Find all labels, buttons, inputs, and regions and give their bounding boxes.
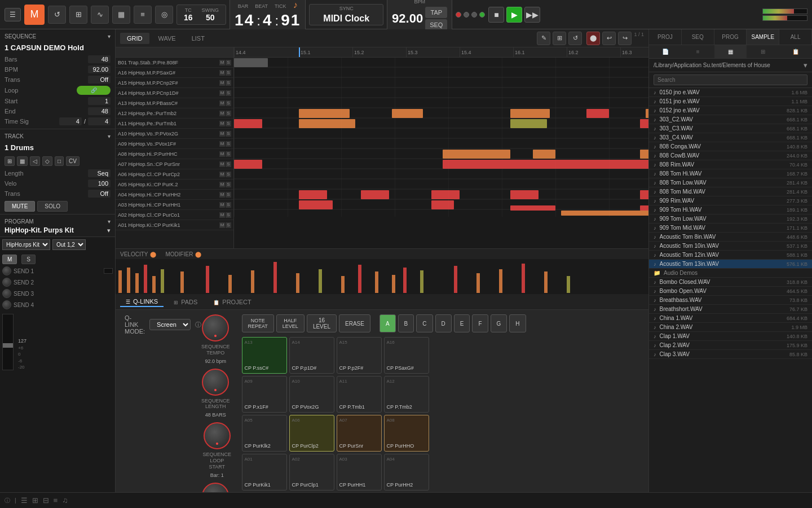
browser-subtab-1[interactable]: 📄 bbox=[649, 45, 682, 58]
record-btn[interactable]: ⬤ bbox=[586, 32, 600, 45]
ms-a02-s[interactable]: S bbox=[226, 212, 231, 218]
file-item[interactable]: ♪Breathbass.WAV73.8 KB bbox=[649, 296, 812, 305]
track-ctrl-2[interactable]: ▦ bbox=[17, 156, 28, 166]
loop-button[interactable]: 🔗 bbox=[77, 86, 111, 95]
file-item[interactable]: ♪Clap 1.WAV140.8 KB bbox=[649, 332, 812, 341]
pad-a15[interactable]: A15 CP P.p2F# bbox=[337, 337, 382, 374]
send4-knob[interactable] bbox=[2, 300, 11, 309]
file-item[interactable]: ♪909 Tom Hi.WAV189.1 KB bbox=[649, 205, 812, 214]
bank-e[interactable]: E bbox=[454, 314, 470, 332]
16-level-btn[interactable]: 16 LEVEL bbox=[307, 314, 337, 332]
half-level-btn[interactable]: HALFLEVEL bbox=[276, 314, 304, 332]
kit-select[interactable]: HipHo.rps Kit bbox=[2, 239, 50, 250]
play-button[interactable]: ▶ bbox=[506, 7, 522, 23]
tab-list[interactable]: LIST bbox=[185, 33, 211, 44]
browser-tab-proj[interactable]: PROJ bbox=[649, 29, 682, 45]
piano-roll[interactable]: 14.4 15.1 15.2 15.3 15.4 16.1 16.2 16.3 … bbox=[234, 47, 648, 248]
ms-a04-m[interactable]: M bbox=[219, 192, 225, 198]
track-velo-value[interactable]: 100 bbox=[88, 179, 111, 187]
menu-button[interactable]: ☰ bbox=[5, 8, 21, 21]
ms-a01-s[interactable]: S bbox=[226, 222, 231, 228]
qlink-mode-select[interactable]: Screen bbox=[149, 319, 191, 330]
tab-pads[interactable]: ⊞ PADS bbox=[168, 297, 203, 306]
pad-a01[interactable]: A01 CP PurKik1 bbox=[242, 454, 287, 491]
bank-c[interactable]: C bbox=[416, 314, 433, 332]
pad-a07[interactable]: A07 CP PurSnr bbox=[337, 415, 382, 452]
browser-subtab-3[interactable]: ▦ bbox=[714, 45, 747, 58]
file-item[interactable]: ♪808 CowB.WAV244.0 KB bbox=[649, 151, 812, 160]
file-item[interactable]: ♪Breathshort.WAV76.7 KB bbox=[649, 305, 812, 314]
track-header[interactable]: TRACK ▾ bbox=[5, 132, 111, 141]
ms-a11-s[interactable]: S bbox=[226, 121, 231, 126]
search-input[interactable] bbox=[654, 75, 807, 85]
browser-tab-prog[interactable]: PROG bbox=[714, 29, 747, 45]
pad-a03[interactable]: A03 CP PurHH1 bbox=[337, 454, 382, 491]
ms-a15-m[interactable]: M bbox=[219, 80, 225, 86]
bank-d[interactable]: D bbox=[435, 314, 452, 332]
file-item[interactable]: ♪303_C4.WAV668.1 KB bbox=[649, 133, 812, 142]
send1-knob[interactable] bbox=[2, 266, 11, 275]
time-sig-num[interactable]: 4 bbox=[59, 117, 82, 125]
file-item[interactable]: ♪Acoustic Tom 8in.WAV448.6 KB bbox=[649, 233, 812, 242]
bank-f[interactable]: F bbox=[472, 314, 488, 332]
file-item[interactable]: ♪808 Tom Mid.WAV281.4 KB bbox=[649, 187, 812, 196]
track-ctrl-1[interactable]: ⊞ bbox=[5, 156, 15, 166]
ms-a16-m[interactable]: M bbox=[219, 70, 225, 76]
pad-a02[interactable]: A02 CP PurClp1 bbox=[289, 454, 334, 491]
pad-a10[interactable]: A10 CP PVox2G bbox=[289, 376, 334, 413]
undo-grid[interactable]: ↩ bbox=[602, 32, 616, 45]
file-item[interactable]: ♪China 1.WAV684.4 KB bbox=[649, 314, 812, 323]
file-item[interactable]: ♪808 Rim.WAV70.4 KB bbox=[649, 160, 812, 169]
file-item[interactable]: ♪808 Tom Low.WAV281.4 KB bbox=[649, 178, 812, 187]
file-item[interactable]: ♪808 Tom Hi.WAV168.7 KB bbox=[649, 169, 812, 178]
browser-subtab-5[interactable]: 📋 bbox=[779, 45, 812, 58]
status-btn-4[interactable]: ≡ bbox=[54, 496, 58, 505]
m-button[interactable]: M bbox=[2, 255, 17, 264]
rotate-tool[interactable]: ↺ bbox=[568, 32, 582, 45]
file-item[interactable]: ♪909 Rim.WAV277.3 KB bbox=[649, 196, 812, 205]
bpm-seq-value[interactable]: 92.00 bbox=[88, 65, 111, 73]
tab-project[interactable]: 📋 PROJECT bbox=[208, 297, 257, 306]
tab-grid[interactable]: GRID bbox=[120, 33, 149, 44]
file-item[interactable]: ♪Bombo Closed.WAV318.8 KB bbox=[649, 278, 812, 287]
roll-notes[interactable] bbox=[234, 58, 648, 217]
file-item[interactable]: ♪0151 jno e.WAV1.1 MB bbox=[649, 97, 812, 106]
ms-a10-s[interactable]: S bbox=[226, 131, 231, 137]
seq-button[interactable]: SEQ bbox=[425, 19, 447, 30]
file-item[interactable]: ♪303_C2.WAV668.1 KB bbox=[649, 115, 812, 124]
browser-nav-btn[interactable]: ▾ bbox=[804, 61, 807, 69]
send3-knob[interactable] bbox=[2, 289, 11, 298]
ms-a13-s[interactable]: S bbox=[226, 100, 231, 106]
file-item[interactable]: ♪909 Tom Mid.WAV171.1 KB bbox=[649, 224, 812, 233]
undo-button[interactable]: ↺ bbox=[48, 6, 66, 24]
start-value[interactable]: 1 bbox=[88, 97, 111, 105]
ms-a08-m[interactable]: M bbox=[219, 151, 225, 157]
bank-b[interactable]: B bbox=[398, 314, 414, 332]
ffwd-button[interactable]: ▶▶ bbox=[524, 7, 540, 23]
ms-a15-s[interactable]: S bbox=[226, 80, 231, 86]
ms-a06-m[interactable]: M bbox=[219, 172, 225, 177]
folder-item[interactable]: 📁Audio Demos bbox=[649, 269, 812, 278]
pad-a05[interactable]: A05 CP PurKlk2 bbox=[242, 415, 287, 452]
mixer-button[interactable]: ≡ bbox=[134, 6, 152, 24]
pad-a08[interactable]: A08 CP PurHHO bbox=[384, 415, 429, 452]
browser-tab-all[interactable]: ALL bbox=[779, 29, 812, 45]
file-item[interactable]: ♪Acoustic Tom 12in.WAV588.1 KB bbox=[649, 251, 812, 260]
pad-a16[interactable]: A16 CP PSaxG# bbox=[384, 337, 429, 374]
browser-tab-seq[interactable]: SEQ bbox=[682, 29, 714, 45]
waveform-button[interactable]: ∿ bbox=[91, 6, 109, 24]
browser-subtab-2[interactable]: ≡ bbox=[682, 45, 714, 58]
pad-a13[interactable]: A13 CP P.ssC# bbox=[242, 337, 287, 374]
track-ctrl-3[interactable]: ◁ bbox=[30, 156, 40, 166]
erase-btn[interactable]: ERASE bbox=[339, 314, 370, 332]
ms-a09-s[interactable]: S bbox=[226, 141, 231, 147]
status-info-icon[interactable]: ⓘ bbox=[5, 497, 10, 505]
track-trans-value[interactable]: Off bbox=[88, 190, 111, 198]
pad-a04[interactable]: A04 CP PurHH2 bbox=[384, 454, 429, 491]
ms-a14-s[interactable]: S bbox=[226, 90, 231, 96]
file-item[interactable]: ♪0150 jno e.WAV1.6 MB bbox=[649, 88, 812, 97]
solo-button[interactable]: SOLO bbox=[37, 201, 68, 212]
end-value[interactable]: 48 bbox=[88, 107, 111, 115]
stop-button[interactable]: ■ bbox=[488, 7, 504, 23]
ms-a10-m[interactable]: M bbox=[219, 131, 225, 137]
